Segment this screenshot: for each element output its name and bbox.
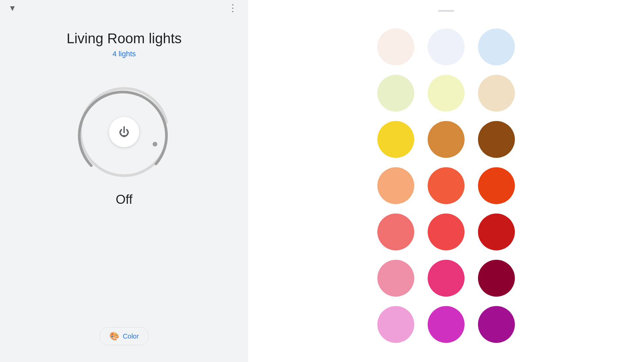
color-swatch-light-pink[interactable] <box>377 260 414 297</box>
color-swatch-cool-white[interactable] <box>428 28 465 65</box>
color-swatch-warm-white[interactable] <box>377 28 414 65</box>
color-swatch-lavender-pink[interactable] <box>377 306 414 343</box>
color-swatch-pale-yellow[interactable] <box>428 75 465 112</box>
room-title: Living Room lights <box>66 30 181 47</box>
left-panel: ▾ ⋮ Living Room lights 4 lights ⏻ Off 🎨 … <box>0 0 248 362</box>
color-button[interactable]: 🎨 Color <box>100 327 149 345</box>
brightness-dial[interactable]: ⏻ <box>70 78 178 186</box>
color-swatch-tomato-red[interactable] <box>428 214 465 250</box>
chevron-down-icon[interactable]: ▾ <box>10 3 15 13</box>
color-swatch-pale-green[interactable] <box>377 75 414 112</box>
title-section: Living Room lights 4 lights <box>66 30 181 58</box>
more-options-icon[interactable]: ⋮ <box>228 3 238 13</box>
color-button-label: Color <box>123 333 139 340</box>
lights-count: 4 lights <box>66 50 181 58</box>
color-swatch-crimson[interactable] <box>478 214 515 250</box>
power-state-label: Off <box>116 192 132 207</box>
color-swatch-purple[interactable] <box>478 306 515 343</box>
power-button[interactable]: ⏻ <box>109 117 139 147</box>
top-bar: ▾ ⋮ <box>0 0 248 16</box>
color-swatch-salmon-pink[interactable] <box>377 214 414 250</box>
svg-point-1 <box>153 142 157 146</box>
color-swatch-bright-yellow[interactable] <box>377 121 414 158</box>
right-panel <box>248 0 644 362</box>
color-swatch-peach[interactable] <box>377 167 414 204</box>
color-swatch-brown[interactable] <box>478 121 515 158</box>
color-swatch-hot-pink[interactable] <box>428 260 465 297</box>
color-swatch-sky-blue[interactable] <box>478 28 515 65</box>
color-swatch-amber[interactable] <box>428 121 465 158</box>
color-swatch-coral[interactable] <box>428 167 465 204</box>
color-grid <box>377 28 515 343</box>
color-swatch-deep-orange[interactable] <box>478 167 515 204</box>
drag-handle[interactable] <box>438 10 454 12</box>
power-icon: ⏻ <box>119 126 129 138</box>
color-swatch-magenta[interactable] <box>428 306 465 343</box>
color-swatch-warm-beige[interactable] <box>478 75 515 112</box>
palette-icon: 🎨 <box>109 331 119 341</box>
color-swatch-dark-crimson[interactable] <box>478 260 515 297</box>
